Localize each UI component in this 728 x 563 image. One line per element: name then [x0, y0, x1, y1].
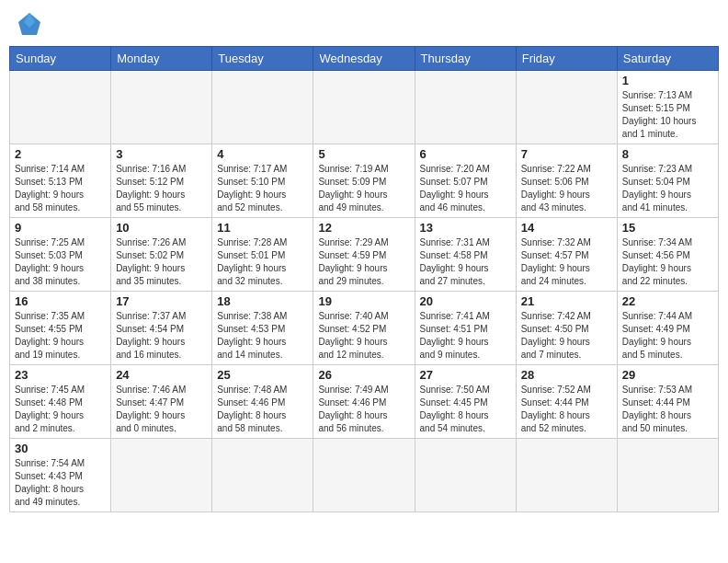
weekday-header-monday: Monday [111, 47, 212, 71]
day-number: 24 [116, 368, 207, 382]
day-info: Sunrise: 7:42 AMSunset: 4:50 PMDaylight:… [521, 310, 612, 362]
calendar-cell: 3Sunrise: 7:16 AMSunset: 5:12 PMDaylight… [111, 144, 212, 218]
day-info: Sunrise: 7:32 AMSunset: 4:57 PMDaylight:… [521, 236, 612, 288]
day-info: Sunrise: 7:45 AMSunset: 4:48 PMDaylight:… [15, 384, 106, 435]
calendar-cell [111, 439, 212, 512]
day-info: Sunrise: 7:13 AMSunset: 5:15 PMDaylight:… [622, 89, 713, 141]
calendar-cell [212, 439, 313, 512]
day-info: Sunrise: 7:25 AMSunset: 5:03 PMDaylight:… [15, 236, 106, 288]
day-number: 8 [622, 147, 713, 161]
day-number: 7 [521, 147, 612, 161]
calendar-cell: 7Sunrise: 7:22 AMSunset: 5:06 PMDaylight… [516, 144, 617, 218]
calendar-cell [415, 71, 516, 144]
day-info: Sunrise: 7:48 AMSunset: 4:46 PMDaylight:… [217, 384, 308, 435]
day-info: Sunrise: 7:17 AMSunset: 5:10 PMDaylight:… [217, 163, 308, 214]
week-row-4: 16Sunrise: 7:35 AMSunset: 4:55 PMDayligh… [10, 292, 719, 365]
day-number: 3 [116, 147, 207, 161]
calendar-cell [313, 71, 415, 144]
day-info: Sunrise: 7:26 AMSunset: 5:02 PMDaylight:… [116, 236, 207, 288]
week-row-3: 9Sunrise: 7:25 AMSunset: 5:03 PMDaylight… [10, 218, 719, 292]
calendar-cell: 5Sunrise: 7:19 AMSunset: 5:09 PMDaylight… [313, 144, 415, 218]
calendar-cell: 27Sunrise: 7:50 AMSunset: 4:45 PMDayligh… [415, 365, 516, 439]
day-number: 13 [420, 221, 511, 235]
calendar-cell: 24Sunrise: 7:46 AMSunset: 4:47 PMDayligh… [111, 365, 212, 439]
day-info: Sunrise: 7:35 AMSunset: 4:55 PMDaylight:… [15, 310, 106, 362]
day-number: 26 [318, 368, 409, 382]
day-number: 15 [622, 221, 713, 235]
calendar-cell: 2Sunrise: 7:14 AMSunset: 5:13 PMDaylight… [10, 144, 111, 218]
day-number: 14 [521, 221, 612, 235]
calendar-cell [10, 71, 111, 144]
day-number: 17 [116, 294, 207, 308]
day-info: Sunrise: 7:50 AMSunset: 4:45 PMDaylight:… [420, 384, 511, 435]
day-info: Sunrise: 7:52 AMSunset: 4:44 PMDaylight:… [521, 384, 612, 435]
calendar-cell: 1Sunrise: 7:13 AMSunset: 5:15 PMDaylight… [617, 71, 718, 144]
day-number: 9 [15, 221, 106, 235]
day-number: 19 [318, 294, 409, 308]
day-number: 4 [217, 147, 308, 161]
day-info: Sunrise: 7:23 AMSunset: 5:04 PMDaylight:… [622, 163, 713, 214]
calendar-cell: 9Sunrise: 7:25 AMSunset: 5:03 PMDaylight… [10, 218, 111, 292]
day-info: Sunrise: 7:34 AMSunset: 4:56 PMDaylight:… [622, 236, 713, 288]
calendar-cell [617, 439, 718, 512]
calendar-cell: 30Sunrise: 7:54 AMSunset: 4:43 PMDayligh… [10, 439, 111, 512]
day-info: Sunrise: 7:19 AMSunset: 5:09 PMDaylight:… [318, 163, 409, 214]
day-info: Sunrise: 7:53 AMSunset: 4:44 PMDaylight:… [622, 384, 713, 435]
calendar-cell: 12Sunrise: 7:29 AMSunset: 4:59 PMDayligh… [313, 218, 415, 292]
day-number: 30 [15, 442, 106, 455]
calendar-cell: 6Sunrise: 7:20 AMSunset: 5:07 PMDaylight… [415, 144, 516, 218]
weekday-header-thursday: Thursday [415, 47, 516, 71]
day-info: Sunrise: 7:31 AMSunset: 4:58 PMDaylight:… [420, 236, 511, 288]
day-info: Sunrise: 7:44 AMSunset: 4:49 PMDaylight:… [622, 310, 713, 362]
calendar-cell: 23Sunrise: 7:45 AMSunset: 4:48 PMDayligh… [10, 365, 111, 439]
calendar-cell [313, 439, 415, 512]
calendar-cell: 17Sunrise: 7:37 AMSunset: 4:54 PMDayligh… [111, 292, 212, 365]
day-number: 23 [15, 368, 106, 382]
day-info: Sunrise: 7:28 AMSunset: 5:01 PMDaylight:… [217, 236, 308, 288]
calendar-cell [415, 439, 516, 512]
calendar-cell: 10Sunrise: 7:26 AMSunset: 5:02 PMDayligh… [111, 218, 212, 292]
weekday-header-sunday: Sunday [10, 47, 111, 71]
day-number: 22 [622, 294, 713, 308]
day-info: Sunrise: 7:29 AMSunset: 4:59 PMDaylight:… [318, 236, 409, 288]
calendar-cell: 25Sunrise: 7:48 AMSunset: 4:46 PMDayligh… [212, 365, 313, 439]
weekday-header-saturday: Saturday [617, 47, 718, 71]
logo-icon [15, 9, 44, 39]
header [9, 9, 719, 39]
day-number: 21 [521, 294, 612, 308]
day-number: 16 [15, 294, 106, 308]
calendar-cell: 13Sunrise: 7:31 AMSunset: 4:58 PMDayligh… [415, 218, 516, 292]
day-info: Sunrise: 7:22 AMSunset: 5:06 PMDaylight:… [521, 163, 612, 214]
calendar-table: SundayMondayTuesdayWednesdayThursdayFrid… [9, 46, 719, 512]
calendar-cell: 22Sunrise: 7:44 AMSunset: 4:49 PMDayligh… [617, 292, 718, 365]
day-info: Sunrise: 7:46 AMSunset: 4:47 PMDaylight:… [116, 384, 207, 435]
day-number: 18 [217, 294, 308, 308]
day-number: 2 [15, 147, 106, 161]
calendar-cell: 26Sunrise: 7:49 AMSunset: 4:46 PMDayligh… [313, 365, 415, 439]
day-number: 29 [622, 368, 713, 382]
weekday-header-wednesday: Wednesday [313, 47, 415, 71]
day-number: 20 [420, 294, 511, 308]
day-number: 1 [622, 74, 713, 87]
day-number: 11 [217, 221, 308, 235]
page: SundayMondayTuesdayWednesdayThursdayFrid… [0, 0, 728, 563]
logo [13, 9, 44, 39]
calendar-cell: 16Sunrise: 7:35 AMSunset: 4:55 PMDayligh… [10, 292, 111, 365]
day-info: Sunrise: 7:54 AMSunset: 4:43 PMDaylight:… [15, 457, 106, 509]
calendar-cell: 20Sunrise: 7:41 AMSunset: 4:51 PMDayligh… [415, 292, 516, 365]
calendar-cell: 28Sunrise: 7:52 AMSunset: 4:44 PMDayligh… [516, 365, 617, 439]
day-number: 6 [420, 147, 511, 161]
week-row-2: 2Sunrise: 7:14 AMSunset: 5:13 PMDaylight… [10, 144, 719, 218]
day-number: 12 [318, 221, 409, 235]
day-info: Sunrise: 7:38 AMSunset: 4:53 PMDaylight:… [217, 310, 308, 362]
calendar-cell: 4Sunrise: 7:17 AMSunset: 5:10 PMDaylight… [212, 144, 313, 218]
day-number: 10 [116, 221, 207, 235]
calendar-cell [516, 71, 617, 144]
day-number: 27 [420, 368, 511, 382]
calendar-cell: 14Sunrise: 7:32 AMSunset: 4:57 PMDayligh… [516, 218, 617, 292]
day-number: 25 [217, 368, 308, 382]
calendar-cell: 21Sunrise: 7:42 AMSunset: 4:50 PMDayligh… [516, 292, 617, 365]
week-row-1: 1Sunrise: 7:13 AMSunset: 5:15 PMDaylight… [10, 71, 719, 144]
day-number: 5 [318, 147, 409, 161]
day-info: Sunrise: 7:37 AMSunset: 4:54 PMDaylight:… [116, 310, 207, 362]
